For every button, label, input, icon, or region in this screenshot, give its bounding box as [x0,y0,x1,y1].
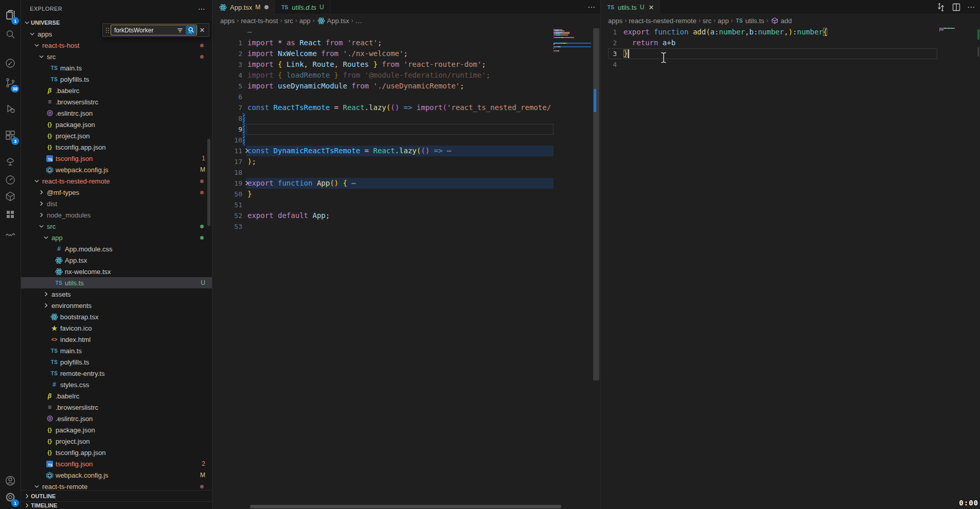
tab-utils.ts[interactable]: TSutils.tsU✕ [601,0,660,14]
tree-item-tsconfig.app.json[interactable]: {}tsconfig.app.json [21,447,212,458]
line-number[interactable]: 11 [213,146,242,156]
tree-item-project.json[interactable]: {}project.json [21,130,212,141]
line-number[interactable]: 2 [213,48,242,59]
line-number[interactable]: 3 [213,59,242,70]
grid-icon[interactable] [0,205,21,224]
line-number[interactable]: 9 [213,124,242,135]
code-line-1[interactable]: 1export function add(a:number,b:number,)… [601,27,980,38]
line-number[interactable]: 3 [601,48,617,59]
code-line-18[interactable]: 18 [213,167,600,178]
line-number[interactable]: 2 [601,38,617,48]
tree-item-package.json[interactable]: {}package.json [21,119,212,130]
tree-item-dist[interactable]: dist [21,198,212,209]
tab-App.tsx[interactable]: App.tsxM [213,0,275,14]
minimap[interactable] [939,28,966,33]
tree-item-.babelrc[interactable]: β.babelrc [21,390,212,402]
horizontal-scrollbar[interactable] [250,505,561,508]
tree-item-App.tsx[interactable]: App.tsx [21,254,212,266]
dirty-dot-icon[interactable] [264,5,269,9]
line-number[interactable]: 10 [213,135,242,146]
tree-item-src[interactable]: src [21,221,212,232]
line-number[interactable]: 19 [213,178,242,189]
tree-item-react-ts-host[interactable]: react-ts-host [21,40,212,51]
source-control-icon[interactable]: 38 [0,73,21,93]
filter-lines-icon[interactable] [175,26,185,34]
code-line-3[interactable]: 3import { Link, Route, Routes } from 're… [213,59,600,70]
tree-filter-value[interactable]: forkDtsWorker [114,27,175,34]
tree-item-main.ts[interactable]: TSmain.ts [21,345,212,356]
minimap[interactable] [554,28,591,53]
code-line-9[interactable]: 9 [213,124,600,135]
tree-item-main.ts[interactable]: TSmain.ts [21,62,212,74]
close-icon[interactable]: ✕ [649,4,654,11]
tree-item-nx-welcome.tsx[interactable]: nx-welcome.tsx [21,266,212,277]
open-changes-icon[interactable] [936,3,946,12]
tree-item-assets[interactable]: assets [21,288,212,300]
code-line-1[interactable]: 1import * as React from 'react'; [213,38,600,48]
line-number[interactable]: 1 [213,38,242,48]
tree-filter-field[interactable]: forkDtsWorker [111,25,197,35]
run-debug-icon[interactable] [0,99,21,118]
code-line-17[interactable]: 17); [213,156,600,167]
breadcrumb-utils.ts[interactable]: TSutils.ts [735,17,764,25]
tree-item-webpack.config.js[interactable]: webpack.config.jsM [21,164,212,175]
code-line-11[interactable]: 11const DynamicReactTsRemote = React.laz… [213,146,600,156]
tree-item-bootstrap.tsx[interactable]: bootstrap.tsx [21,311,212,322]
extensions-icon[interactable]: 3 [0,125,21,145]
line-number[interactable]: 53 [213,221,242,232]
breadcrumb-app[interactable]: app [718,17,729,25]
code-line-3[interactable]: 3} [601,48,980,59]
tree-item-.eslintrc.json[interactable]: .eslintrc.json [21,413,212,424]
line-number[interactable]: 5 [213,81,242,92]
line-number[interactable]: 51 [213,199,242,210]
tree-item-environments[interactable]: environments [21,300,212,311]
tree-item-.eslintrc.json[interactable]: .eslintrc.json [21,107,212,119]
explorer-icon[interactable]: 1 [0,5,21,25]
editor-more-actions-icon[interactable]: ⋯ [967,3,975,12]
breadcrumb-…[interactable]: … [355,17,362,25]
breadcrumb-react-ts-nested-remote[interactable]: react-ts-nested-remote [629,17,697,25]
vertical-scrollbar[interactable] [593,28,599,380]
breadcrumb-src[interactable]: src [284,17,293,25]
close-icon[interactable]: ✕ [197,25,207,35]
line-number[interactable]: 4 [601,59,617,70]
tree-item-.browserslistrc[interactable]: ≡.browserslistrc [21,402,212,413]
line-number[interactable]: 4 [213,70,242,81]
code-line-x[interactable]: ⋯ [213,27,600,38]
tree-item-App.module.css[interactable]: #App.module.css [21,243,212,254]
grip-icon[interactable] [104,27,111,34]
explorer-more-actions-icon[interactable]: ⋯ [198,5,206,13]
tree-item-favicon.ico[interactable]: ★favicon.ico [21,322,212,334]
tree-item-tsconfig.app.json[interactable]: {}tsconfig.app.json [21,141,212,153]
tree-item-react-ts-remote[interactable]: react-ts-remote [21,481,212,490]
editor-more-actions-icon[interactable]: ⋯ [587,3,596,12]
tree-item-react-ts-nested-remote[interactable]: react-ts-nested-remote [21,175,212,187]
tree-item-styles.css[interactable]: #styles.css [21,379,212,390]
line-number[interactable]: 8 [213,113,242,124]
code-line-19[interactable]: 19export function App() { ⋯ [213,178,600,189]
code-line-10[interactable]: 10 [213,135,600,146]
code-line-2[interactable]: 2 return a+b [601,38,980,48]
code-line-53[interactable]: 53 [213,221,600,232]
split-editor-icon[interactable] [952,3,961,12]
code-editor-right[interactable]: 1export function add(a:number,b:number,)… [601,27,980,509]
tree-item-tsconfig.json[interactable]: TStsconfig.json2 [21,458,212,469]
tree-item-.browserslistrc[interactable]: ≡.browserslistrc [21,96,212,107]
code-line-2[interactable]: 2import NxWelcome from './nx-welcome'; [213,48,600,59]
code-line-4[interactable]: 4 [601,59,980,70]
breadcrumb-apps[interactable]: apps [608,17,622,25]
line-number[interactable]: 17 [213,156,242,167]
tree-item-.babelrc[interactable]: β.babelrc [21,85,212,96]
line-number[interactable]: 1 [601,27,617,38]
code-line-8[interactable]: 8 [213,113,600,124]
tree-item-nodemodules[interactable]: node_modules [21,209,212,221]
breadcrumb-App.tsx[interactable]: App.tsx [317,17,349,25]
line-number[interactable]: 50 [213,189,242,199]
outline-section[interactable]: OUTLINE [21,490,212,501]
settings-icon[interactable]: 1 [0,487,21,507]
code-line-52[interactable]: 52export default App; [213,210,600,221]
code-line-6[interactable]: 6 [213,92,600,102]
breadcrumb-add[interactable]: add [771,17,792,25]
breadcrumb-react-ts-host[interactable]: react-ts-host [241,17,278,25]
tree-item-package.json[interactable]: {}package.json [21,424,212,435]
